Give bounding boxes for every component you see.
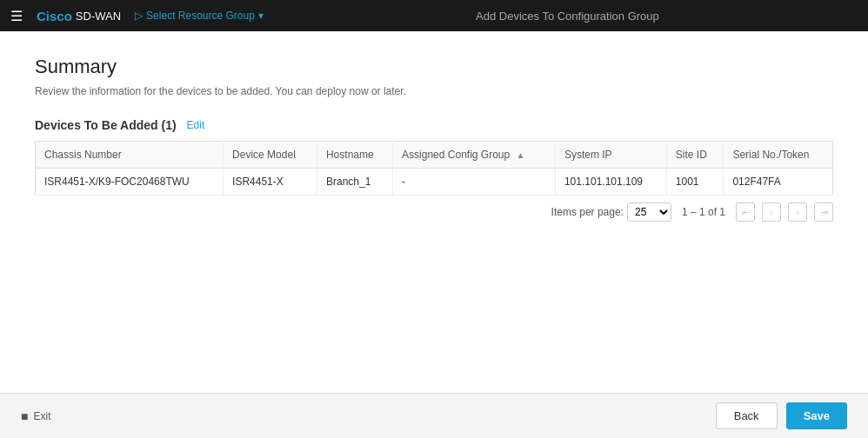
- main-content: Summary Review the information for the d…: [0, 31, 868, 393]
- exit-icon: ■: [21, 409, 28, 423]
- per-page-select[interactable]: 25 10 50 100: [627, 202, 671, 222]
- col-serial-token: Serial No./Token: [724, 142, 833, 169]
- table-cell: 1001: [666, 169, 724, 196]
- section-header: Devices To Be Added (1) Edit: [35, 118, 833, 132]
- exit-link[interactable]: ■ Exit: [21, 409, 50, 423]
- table-header-row: Chassis Number Device Model Hostname Ass…: [36, 142, 833, 169]
- brand: Cisco SD-WAN: [37, 9, 121, 23]
- first-page-button[interactable]: ⇤: [736, 202, 755, 222]
- table-row: ISR4451-X/K9-FOC20468TWUISR4451-XBranch_…: [36, 169, 833, 196]
- table-cell: -: [393, 169, 556, 196]
- last-page-button[interactable]: ⇥: [814, 202, 833, 222]
- col-system-ip: System IP: [555, 142, 666, 169]
- devices-table: Chassis Number Device Model Hostname Ass…: [35, 141, 833, 196]
- nav-page-title: Add Devices To Configuration Group: [277, 10, 858, 23]
- table-cell: 012F47FA: [724, 169, 833, 196]
- edit-link[interactable]: Edit: [187, 119, 205, 131]
- resource-group-selector[interactable]: ▷ Select Resource Group ▾: [135, 10, 264, 22]
- save-button[interactable]: Save: [786, 402, 847, 429]
- menu-icon[interactable]: ☰: [10, 8, 23, 24]
- footer: ■ Exit Back Save: [0, 393, 868, 438]
- exit-label: Exit: [33, 410, 50, 422]
- chevron-down-icon: ▾: [258, 10, 264, 22]
- resource-group-label: Select Resource Group: [146, 10, 255, 22]
- table-cell: 101.101.101.109: [555, 169, 666, 196]
- items-per-page-label: Items per page:: [551, 206, 624, 218]
- page-info: 1 – 1 of 1: [682, 206, 725, 218]
- back-button[interactable]: Back: [716, 402, 778, 429]
- next-page-button[interactable]: ›: [788, 202, 807, 222]
- brand-cisco-label: Cisco: [37, 9, 72, 23]
- footer-buttons: Back Save: [716, 402, 847, 429]
- pagination-bar: Items per page: 25 10 50 100 1 – 1 of 1 …: [35, 196, 833, 225]
- table-cell: Branch_1: [317, 169, 392, 196]
- location-icon: ▷: [135, 10, 143, 22]
- page-title: Summary: [35, 56, 833, 78]
- table-cell: ISR4451-X: [224, 169, 317, 196]
- page-subtitle: Review the information for the devices t…: [35, 85, 833, 97]
- sort-icon: ▲: [517, 150, 525, 160]
- top-nav: ☰ Cisco SD-WAN ▷ Select Resource Group ▾…: [0, 0, 868, 31]
- col-hostname: Hostname: [317, 142, 392, 169]
- section-title: Devices To Be Added (1): [35, 118, 177, 132]
- brand-sdwan-label: SD-WAN: [76, 10, 121, 23]
- items-per-page: Items per page: 25 10 50 100: [551, 202, 671, 222]
- table-cell: ISR4451-X/K9-FOC20468TWU: [36, 169, 224, 196]
- col-assigned-config-group[interactable]: Assigned Config Group ▲: [393, 142, 556, 169]
- col-device-model: Device Model: [224, 142, 317, 169]
- col-site-id: Site ID: [666, 142, 724, 169]
- prev-page-button[interactable]: ‹: [762, 202, 781, 222]
- col-chassis-number: Chassis Number: [36, 142, 224, 169]
